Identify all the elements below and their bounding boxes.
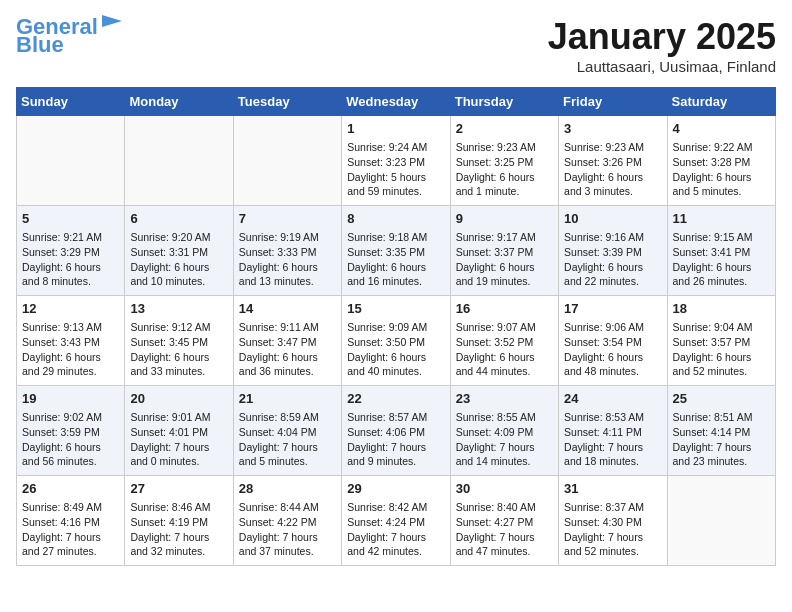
day-info: Sunrise: 9:21 AM Sunset: 3:29 PM Dayligh… [22, 230, 119, 289]
calendar-cell [667, 476, 775, 566]
day-info: Sunrise: 9:04 AM Sunset: 3:57 PM Dayligh… [673, 320, 770, 379]
day-info: Sunrise: 8:46 AM Sunset: 4:19 PM Dayligh… [130, 500, 227, 559]
day-number: 12 [22, 300, 119, 318]
day-info: Sunrise: 9:09 AM Sunset: 3:50 PM Dayligh… [347, 320, 444, 379]
day-info: Sunrise: 8:53 AM Sunset: 4:11 PM Dayligh… [564, 410, 661, 469]
calendar-cell [17, 116, 125, 206]
day-info: Sunrise: 9:22 AM Sunset: 3:28 PM Dayligh… [673, 140, 770, 199]
calendar-cell: 26Sunrise: 8:49 AM Sunset: 4:16 PM Dayli… [17, 476, 125, 566]
day-info: Sunrise: 8:40 AM Sunset: 4:27 PM Dayligh… [456, 500, 553, 559]
svg-marker-0 [102, 15, 122, 27]
day-number: 18 [673, 300, 770, 318]
week-row-5: 26Sunrise: 8:49 AM Sunset: 4:16 PM Dayli… [17, 476, 776, 566]
day-info: Sunrise: 9:19 AM Sunset: 3:33 PM Dayligh… [239, 230, 336, 289]
logo-icon [100, 15, 122, 33]
calendar-cell: 9Sunrise: 9:17 AM Sunset: 3:37 PM Daylig… [450, 206, 558, 296]
calendar-cell [125, 116, 233, 206]
calendar-cell: 16Sunrise: 9:07 AM Sunset: 3:52 PM Dayli… [450, 296, 558, 386]
day-number: 1 [347, 120, 444, 138]
day-number: 5 [22, 210, 119, 228]
calendar-cell: 18Sunrise: 9:04 AM Sunset: 3:57 PM Dayli… [667, 296, 775, 386]
day-info: Sunrise: 9:23 AM Sunset: 3:26 PM Dayligh… [564, 140, 661, 199]
calendar-cell: 21Sunrise: 8:59 AM Sunset: 4:04 PM Dayli… [233, 386, 341, 476]
calendar-cell: 14Sunrise: 9:11 AM Sunset: 3:47 PM Dayli… [233, 296, 341, 386]
day-number: 4 [673, 120, 770, 138]
day-info: Sunrise: 8:37 AM Sunset: 4:30 PM Dayligh… [564, 500, 661, 559]
day-number: 23 [456, 390, 553, 408]
page-header: General Blue January 2025 Lauttasaari, U… [16, 16, 776, 75]
day-info: Sunrise: 8:59 AM Sunset: 4:04 PM Dayligh… [239, 410, 336, 469]
day-number: 27 [130, 480, 227, 498]
calendar-cell: 22Sunrise: 8:57 AM Sunset: 4:06 PM Dayli… [342, 386, 450, 476]
calendar-cell: 8Sunrise: 9:18 AM Sunset: 3:35 PM Daylig… [342, 206, 450, 296]
day-number: 8 [347, 210, 444, 228]
week-row-2: 5Sunrise: 9:21 AM Sunset: 3:29 PM Daylig… [17, 206, 776, 296]
day-number: 21 [239, 390, 336, 408]
day-info: Sunrise: 9:16 AM Sunset: 3:39 PM Dayligh… [564, 230, 661, 289]
week-row-4: 19Sunrise: 9:02 AM Sunset: 3:59 PM Dayli… [17, 386, 776, 476]
day-number: 6 [130, 210, 227, 228]
day-number: 7 [239, 210, 336, 228]
month-title: January 2025 [548, 16, 776, 58]
day-number: 11 [673, 210, 770, 228]
col-header-wednesday: Wednesday [342, 88, 450, 116]
day-number: 25 [673, 390, 770, 408]
calendar-cell: 29Sunrise: 8:42 AM Sunset: 4:24 PM Dayli… [342, 476, 450, 566]
calendar-cell: 24Sunrise: 8:53 AM Sunset: 4:11 PM Dayli… [559, 386, 667, 476]
day-number: 17 [564, 300, 661, 318]
calendar-cell: 5Sunrise: 9:21 AM Sunset: 3:29 PM Daylig… [17, 206, 125, 296]
day-number: 29 [347, 480, 444, 498]
location-subtitle: Lauttasaari, Uusimaa, Finland [548, 58, 776, 75]
day-info: Sunrise: 8:57 AM Sunset: 4:06 PM Dayligh… [347, 410, 444, 469]
calendar-cell: 15Sunrise: 9:09 AM Sunset: 3:50 PM Dayli… [342, 296, 450, 386]
day-number: 20 [130, 390, 227, 408]
col-header-tuesday: Tuesday [233, 88, 341, 116]
col-header-sunday: Sunday [17, 88, 125, 116]
day-info: Sunrise: 9:06 AM Sunset: 3:54 PM Dayligh… [564, 320, 661, 379]
day-info: Sunrise: 9:17 AM Sunset: 3:37 PM Dayligh… [456, 230, 553, 289]
day-info: Sunrise: 9:23 AM Sunset: 3:25 PM Dayligh… [456, 140, 553, 199]
week-row-1: 1Sunrise: 9:24 AM Sunset: 3:23 PM Daylig… [17, 116, 776, 206]
day-info: Sunrise: 9:11 AM Sunset: 3:47 PM Dayligh… [239, 320, 336, 379]
day-info: Sunrise: 9:20 AM Sunset: 3:31 PM Dayligh… [130, 230, 227, 289]
calendar-cell: 10Sunrise: 9:16 AM Sunset: 3:39 PM Dayli… [559, 206, 667, 296]
calendar-cell: 28Sunrise: 8:44 AM Sunset: 4:22 PM Dayli… [233, 476, 341, 566]
calendar-cell: 7Sunrise: 9:19 AM Sunset: 3:33 PM Daylig… [233, 206, 341, 296]
day-info: Sunrise: 8:42 AM Sunset: 4:24 PM Dayligh… [347, 500, 444, 559]
day-number: 10 [564, 210, 661, 228]
calendar-cell: 19Sunrise: 9:02 AM Sunset: 3:59 PM Dayli… [17, 386, 125, 476]
day-info: Sunrise: 9:15 AM Sunset: 3:41 PM Dayligh… [673, 230, 770, 289]
day-info: Sunrise: 9:07 AM Sunset: 3:52 PM Dayligh… [456, 320, 553, 379]
day-number: 28 [239, 480, 336, 498]
day-number: 14 [239, 300, 336, 318]
calendar-cell: 25Sunrise: 8:51 AM Sunset: 4:14 PM Dayli… [667, 386, 775, 476]
calendar-cell: 31Sunrise: 8:37 AM Sunset: 4:30 PM Dayli… [559, 476, 667, 566]
calendar-table: SundayMondayTuesdayWednesdayThursdayFrid… [16, 87, 776, 566]
day-number: 30 [456, 480, 553, 498]
calendar-cell: 27Sunrise: 8:46 AM Sunset: 4:19 PM Dayli… [125, 476, 233, 566]
logo: General Blue [16, 16, 122, 56]
calendar-cell: 13Sunrise: 9:12 AM Sunset: 3:45 PM Dayli… [125, 296, 233, 386]
logo-blue-text: Blue [16, 34, 64, 56]
day-info: Sunrise: 9:18 AM Sunset: 3:35 PM Dayligh… [347, 230, 444, 289]
calendar-cell [233, 116, 341, 206]
calendar-cell: 6Sunrise: 9:20 AM Sunset: 3:31 PM Daylig… [125, 206, 233, 296]
day-number: 19 [22, 390, 119, 408]
col-header-monday: Monday [125, 88, 233, 116]
day-number: 16 [456, 300, 553, 318]
calendar-cell: 1Sunrise: 9:24 AM Sunset: 3:23 PM Daylig… [342, 116, 450, 206]
title-area: January 2025 Lauttasaari, Uusimaa, Finla… [548, 16, 776, 75]
day-number: 3 [564, 120, 661, 138]
col-header-saturday: Saturday [667, 88, 775, 116]
day-number: 15 [347, 300, 444, 318]
day-info: Sunrise: 8:55 AM Sunset: 4:09 PM Dayligh… [456, 410, 553, 469]
calendar-cell: 30Sunrise: 8:40 AM Sunset: 4:27 PM Dayli… [450, 476, 558, 566]
day-info: Sunrise: 9:01 AM Sunset: 4:01 PM Dayligh… [130, 410, 227, 469]
calendar-cell: 4Sunrise: 9:22 AM Sunset: 3:28 PM Daylig… [667, 116, 775, 206]
header-row: SundayMondayTuesdayWednesdayThursdayFrid… [17, 88, 776, 116]
calendar-cell: 3Sunrise: 9:23 AM Sunset: 3:26 PM Daylig… [559, 116, 667, 206]
col-header-friday: Friday [559, 88, 667, 116]
day-info: Sunrise: 8:44 AM Sunset: 4:22 PM Dayligh… [239, 500, 336, 559]
day-info: Sunrise: 9:24 AM Sunset: 3:23 PM Dayligh… [347, 140, 444, 199]
calendar-cell: 12Sunrise: 9:13 AM Sunset: 3:43 PM Dayli… [17, 296, 125, 386]
